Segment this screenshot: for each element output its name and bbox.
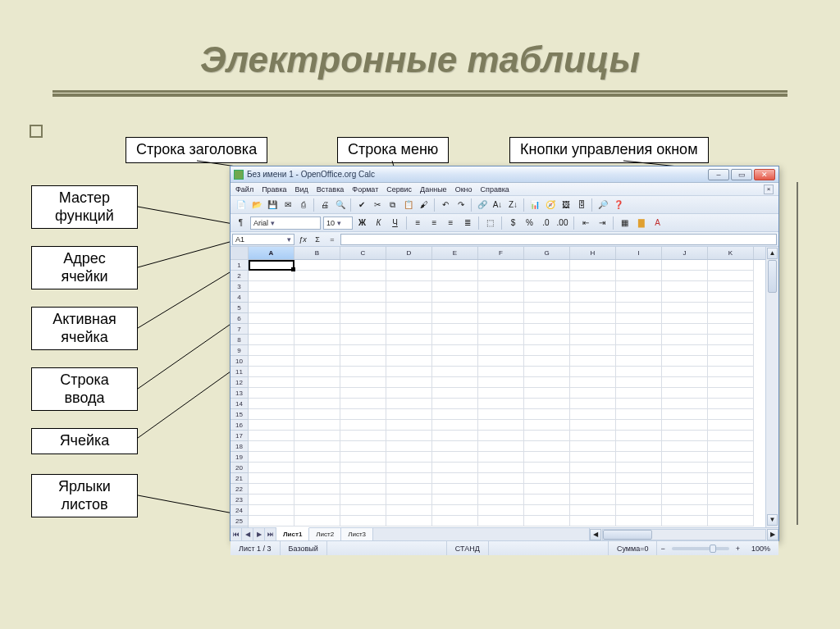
cell[interactable]	[294, 495, 340, 505]
cell[interactable]	[294, 303, 340, 313]
cell[interactable]	[570, 292, 616, 303]
sort-asc-icon[interactable]: A↓	[491, 198, 504, 212]
cell[interactable]	[708, 388, 754, 399]
row-header-7[interactable]: 7	[231, 324, 248, 335]
cell[interactable]	[340, 484, 386, 495]
cell[interactable]	[708, 281, 754, 292]
cell[interactable]	[708, 452, 754, 463]
cell[interactable]	[616, 303, 662, 313]
cell[interactable]	[340, 463, 386, 473]
cell[interactable]	[249, 345, 294, 356]
cell[interactable]	[570, 452, 616, 463]
cell[interactable]	[478, 516, 524, 526]
cell[interactable]	[432, 303, 478, 313]
row-header-24[interactable]: 24	[231, 505, 248, 516]
cell[interactable]	[570, 313, 616, 324]
cell[interactable]	[294, 484, 340, 495]
tab-prev-icon[interactable]: ◀	[242, 528, 253, 540]
row-header-4[interactable]: 4	[231, 292, 248, 303]
tab-last-icon[interactable]: ⏭	[265, 528, 276, 540]
cells-area[interactable]: ABCDEFGHIJK	[249, 247, 765, 527]
sheet-tab-2[interactable]: Лист2	[309, 528, 341, 540]
cell[interactable]	[432, 463, 478, 473]
cell[interactable]	[249, 313, 294, 324]
standard-toolbar[interactable]: 📄 📂 💾 ✉ ⎙ 🖨 🔍 ✔ ✂ ⧉ 📋 🖌 ↶ ↷ 🔗 A↓ Z↓ 📊 🧭 …	[231, 196, 778, 214]
cell[interactable]	[340, 324, 386, 335]
col-header-F[interactable]: F	[478, 247, 524, 259]
tab-first-icon[interactable]: ⏮	[231, 528, 242, 540]
row-header-1[interactable]: 1	[231, 260, 248, 271]
cell[interactable]	[616, 313, 662, 324]
cell[interactable]	[249, 399, 294, 409]
cell[interactable]	[340, 388, 386, 399]
cell[interactable]	[249, 356, 294, 367]
chart-icon[interactable]: 📊	[527, 198, 541, 212]
cell[interactable]	[662, 292, 708, 303]
hscroll-thumb[interactable]	[603, 530, 652, 540]
font-combo[interactable]: Arial▾	[250, 217, 321, 230]
format-toolbar[interactable]: ¶ Arial▾ 10▾ Ж К Ч ≡ ≡ ≡ ≣ ⬚ $ % .0 .00 …	[231, 214, 778, 232]
cell[interactable]	[662, 324, 708, 335]
cell[interactable]	[616, 388, 662, 399]
cell[interactable]	[524, 484, 570, 495]
size-combo[interactable]: 10▾	[323, 217, 353, 230]
paste-icon[interactable]: 📋	[401, 198, 415, 212]
cell[interactable]	[340, 516, 386, 526]
cell[interactable]	[708, 345, 754, 356]
cell[interactable]	[386, 260, 432, 271]
cell[interactable]	[386, 388, 432, 399]
cell[interactable]	[294, 356, 340, 367]
cell[interactable]	[616, 505, 662, 516]
cell[interactable]	[294, 281, 340, 292]
cell[interactable]	[386, 452, 432, 463]
cell[interactable]	[616, 345, 662, 356]
cell[interactable]	[524, 281, 570, 292]
menu-view[interactable]: Вид	[295, 185, 308, 194]
cell[interactable]	[616, 356, 662, 367]
row-header-6[interactable]: 6	[231, 313, 248, 324]
cell[interactable]	[524, 431, 570, 441]
col-header-D[interactable]: D	[386, 247, 432, 259]
cell[interactable]	[524, 473, 570, 484]
cell[interactable]	[708, 292, 754, 303]
bold-icon[interactable]: Ж	[355, 216, 369, 230]
cell[interactable]	[340, 303, 386, 313]
menu-format[interactable]: Формат	[352, 185, 378, 194]
sheet-tab-1[interactable]: Лист1	[276, 527, 309, 540]
cell[interactable]	[432, 388, 478, 399]
scroll-up-icon[interactable]: ▲	[767, 248, 778, 259]
cell[interactable]	[294, 292, 340, 303]
gallery-icon[interactable]: 🖼	[559, 198, 573, 212]
currency-icon[interactable]: $	[506, 216, 520, 230]
new-icon[interactable]: 📄	[234, 198, 248, 212]
cell[interactable]	[386, 292, 432, 303]
cell[interactable]	[340, 367, 386, 377]
active-cell-indicator[interactable]	[249, 260, 294, 271]
link-icon[interactable]: 🔗	[475, 198, 489, 212]
cell[interactable]	[570, 367, 616, 377]
row-header-25[interactable]: 25	[231, 516, 248, 526]
cell[interactable]	[570, 484, 616, 495]
cell[interactable]	[249, 484, 294, 495]
cell[interactable]	[570, 420, 616, 431]
cell[interactable]	[478, 399, 524, 409]
cell[interactable]	[478, 463, 524, 473]
cell[interactable]	[432, 495, 478, 505]
cell[interactable]	[294, 388, 340, 399]
cell[interactable]	[524, 505, 570, 516]
cell[interactable]	[340, 409, 386, 420]
cell[interactable]	[249, 409, 294, 420]
menu-help[interactable]: Справка	[481, 185, 509, 194]
row-header-21[interactable]: 21	[231, 473, 248, 484]
cell[interactable]	[616, 463, 662, 473]
cell[interactable]	[662, 420, 708, 431]
cell[interactable]	[340, 473, 386, 484]
cell[interactable]	[478, 260, 524, 271]
cell[interactable]	[249, 324, 294, 335]
cell[interactable]	[662, 281, 708, 292]
row-header-11[interactable]: 11	[231, 367, 248, 377]
cell[interactable]	[432, 313, 478, 324]
row-header-14[interactable]: 14	[231, 399, 248, 409]
cell[interactable]	[570, 271, 616, 281]
align-justify-icon[interactable]: ≣	[460, 216, 474, 230]
